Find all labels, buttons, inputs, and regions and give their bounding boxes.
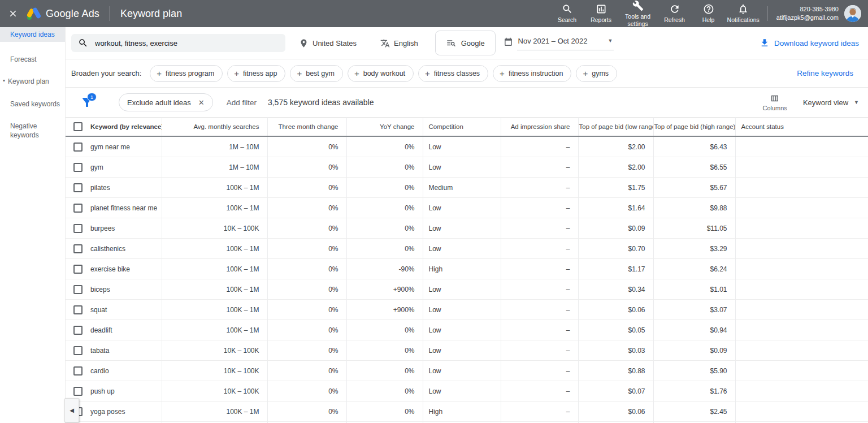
row-checkbox[interactable] — [73, 183, 83, 192]
network-selector[interactable]: Google — [435, 31, 496, 55]
cell-competition: Low — [423, 218, 501, 239]
filter-funnel-icon[interactable]: 1 — [80, 96, 94, 109]
nav-item-help[interactable]: Help — [692, 3, 726, 23]
keyword-label: cardio — [90, 367, 109, 375]
location-label: United States — [313, 39, 357, 48]
row-checkbox[interactable] — [73, 143, 83, 152]
remove-filter-icon[interactable]: ✕ — [198, 98, 205, 107]
cell-three_month_change: 0% — [267, 300, 346, 320]
cell-ad_impression_share: – — [501, 340, 578, 361]
sidebar-item-keyword-ideas[interactable]: Keyword ideas — [0, 27, 65, 42]
broaden-chip-fitness-classes[interactable]: +fitness classes — [418, 65, 488, 82]
keyword-label: planet fitness near me — [90, 204, 157, 212]
row-checkbox[interactable] — [73, 366, 83, 375]
cell-yoy_change: +900% — [346, 300, 423, 320]
keyword-search-box[interactable] — [71, 34, 285, 52]
broaden-chip-fitness-program[interactable]: +fitness program — [150, 65, 223, 82]
location-pin-icon — [299, 38, 309, 48]
row-checkbox[interactable] — [73, 305, 83, 314]
sidebar-item-label: Keyword ideas — [10, 30, 55, 39]
cell-three_month_change: 0% — [267, 361, 346, 381]
calendar-icon — [504, 36, 513, 47]
table-scroll-left-button[interactable]: ◀ — [64, 398, 79, 422]
filter-bar: 1 Exclude adult ideas ✕ Add filter 3,575… — [66, 88, 868, 117]
nav-item-notifications[interactable]: Notifications — [726, 3, 761, 23]
table-row: exercise bike100K – 1M0%-90%High–$1.17$6… — [66, 259, 868, 279]
keyword-cell: deadlift — [66, 320, 162, 340]
refresh-icon — [669, 3, 680, 15]
columns-button[interactable]: Columns — [762, 93, 787, 111]
language-selector[interactable]: English — [380, 38, 418, 48]
sidebar-item-label: Saved keywords — [10, 100, 60, 109]
table-row: burpees10K – 100K0%0%Low–$0.09$11.05 — [66, 218, 868, 239]
search-input[interactable] — [94, 38, 279, 48]
row-checkbox[interactable] — [73, 163, 83, 172]
active-filter-chip[interactable]: Exclude adult ideas ✕ — [119, 93, 213, 111]
nav-item-label: Help — [702, 16, 715, 23]
broaden-chip-body-workout[interactable]: +body workout — [348, 65, 414, 82]
cell-competition: High — [423, 259, 501, 279]
nav-item-tools-and-settings[interactable]: Tools and settings — [618, 0, 658, 27]
nav-item-reports[interactable]: Reports — [584, 3, 618, 23]
cell-competition: Low — [423, 157, 501, 178]
sidebar: Keyword ideasForecast▾Keyword planSaved … — [0, 27, 66, 423]
row-checkbox[interactable] — [73, 244, 83, 253]
column-header-top_bid_low[interactable]: Top of page bid (low range) — [578, 118, 653, 137]
nav-item-refresh[interactable]: Refresh — [658, 3, 692, 23]
row-checkbox[interactable] — [73, 387, 83, 396]
cell-account_status — [735, 402, 868, 422]
broaden-chip-fitness-instruction[interactable]: +fitness instruction — [493, 65, 571, 82]
topbar-nav: SearchReportsTools and settingsRefreshHe… — [550, 0, 761, 27]
cell-three_month_change: 0% — [267, 381, 346, 402]
refine-keywords-link[interactable]: Refine keywords — [797, 69, 853, 77]
sidebar-item-negative-keywords[interactable]: Negative keywords — [0, 119, 65, 143]
cell-ad_impression_share: – — [501, 361, 578, 381]
avatar[interactable] — [844, 5, 861, 22]
keyword-label: calisthenics — [90, 245, 125, 253]
download-keyword-ideas-button[interactable]: Download keyword ideas — [760, 38, 859, 48]
column-header-competition[interactable]: Competition — [423, 118, 501, 137]
date-range-picker[interactable]: Nov 2021 – Oct 2022 ▼ — [504, 36, 614, 50]
column-header-avg_monthly_searches[interactable]: Avg. monthly searches — [162, 118, 267, 137]
row-checkbox[interactable] — [73, 204, 83, 213]
column-header-ad_impression_share[interactable]: Ad impression share — [501, 118, 578, 137]
broaden-chip-fitness-app[interactable]: +fitness app — [227, 65, 285, 82]
chip-label: fitness instruction — [509, 70, 563, 77]
table-row: gym near me1M – 10M0%0%Low–$2.00$6.43 — [66, 136, 868, 157]
google-ads-logo-icon — [26, 7, 41, 20]
sidebar-item-forecast[interactable]: Forecast — [0, 52, 65, 67]
column-header-account_status[interactable]: Account status — [735, 118, 868, 137]
column-header-top_bid_high[interactable]: Top of page bid (high range) — [653, 118, 735, 137]
row-checkbox[interactable] — [73, 265, 83, 274]
column-header-three_month_change[interactable]: Three month change — [267, 118, 346, 137]
nav-item-search[interactable]: Search — [550, 3, 584, 23]
row-checkbox[interactable] — [73, 285, 83, 294]
cell-top_bid_low: $0.70 — [578, 239, 653, 259]
add-filter-button[interactable]: Add filter — [227, 98, 257, 107]
keyword-view-selector[interactable]: Keyword view ▼ — [803, 98, 859, 107]
location-selector[interactable]: United States — [299, 38, 357, 48]
sidebar-item-label: Negative keywords — [10, 122, 60, 140]
view-label: Keyword view — [803, 98, 848, 107]
topbar-divider — [110, 6, 110, 21]
sidebar-item-saved-keywords[interactable]: Saved keywords — [0, 97, 65, 111]
broaden-chip-best-gym[interactable]: +best gym — [290, 65, 342, 82]
column-header-yoy_change[interactable]: YoY change — [346, 118, 423, 137]
cell-ad_impression_share: – — [501, 178, 578, 198]
close-icon[interactable] — [8, 8, 19, 19]
sidebar-item-label: Forecast — [10, 55, 37, 64]
cell-avg_monthly_searches: 100K – 1M — [162, 279, 267, 300]
cell-top_bid_low: $1.75 — [578, 178, 653, 198]
row-checkbox[interactable] — [73, 346, 83, 355]
broaden-chip-gyms[interactable]: +gyms — [576, 65, 617, 82]
keyword-cell: exercise bike — [66, 259, 162, 279]
cell-competition: Low — [423, 381, 501, 402]
row-checkbox[interactable] — [73, 326, 83, 335]
row-checkbox[interactable] — [73, 224, 83, 233]
google-ads-brand[interactable]: Google Ads — [26, 7, 99, 20]
cell-three_month_change: 0% — [267, 136, 346, 157]
cell-avg_monthly_searches: 100K – 1M — [162, 239, 267, 259]
select-all-checkbox[interactable] — [73, 122, 83, 131]
cell-competition: Low — [423, 198, 501, 218]
sidebar-item-keyword-plan[interactable]: ▾Keyword plan — [0, 74, 65, 89]
